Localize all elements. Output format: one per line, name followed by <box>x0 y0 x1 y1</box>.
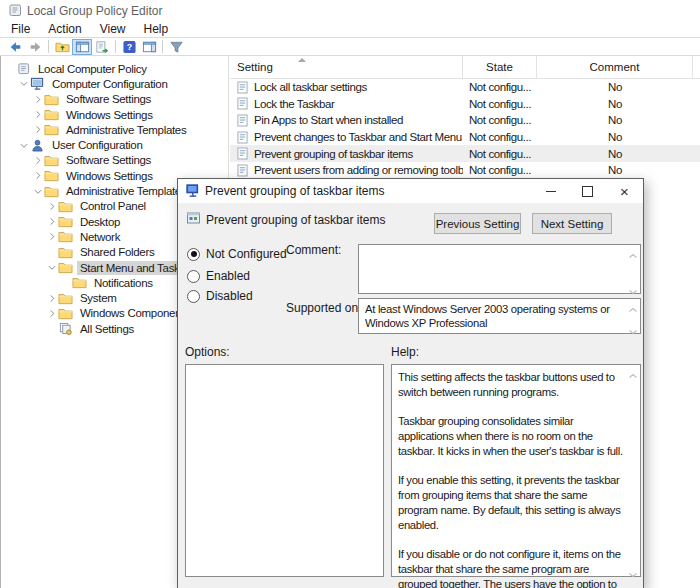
tree-item[interactable]: Windows Settings <box>1 107 228 122</box>
comment-label: Comment: <box>286 243 341 257</box>
local-group-policy-editor-window: Local Group Policy Editor FileActionView… <box>0 0 700 588</box>
menu-item-action[interactable]: Action <box>39 22 90 36</box>
comment-input[interactable] <box>358 244 641 294</box>
radio-option[interactable]: Not Configured <box>187 246 287 262</box>
chevron-icon[interactable] <box>32 109 43 120</box>
column-header-state[interactable]: State <box>463 56 537 78</box>
show-console-tree-icon[interactable] <box>72 39 92 55</box>
help-panel: This setting affects the taskbar buttons… <box>391 364 641 577</box>
chevron-icon[interactable] <box>32 124 43 135</box>
scroll-down-icon[interactable] <box>628 324 638 330</box>
radio-option[interactable]: Disabled <box>187 288 253 304</box>
scroll-icon <box>16 62 32 75</box>
back-icon[interactable] <box>5 39 25 55</box>
row-state: Not configu... <box>463 81 537 93</box>
menu-item-help[interactable]: Help <box>135 22 178 36</box>
options-label: Options: <box>185 345 230 359</box>
chevron-icon[interactable] <box>32 170 43 181</box>
supported-on-box: At least Windows Server 2003 operating s… <box>358 298 641 334</box>
tree-item[interactable]: Software Settings <box>1 92 228 107</box>
row-state: Not configu... <box>463 98 537 110</box>
all-settings-icon <box>58 322 74 335</box>
folder-icon <box>58 230 74 243</box>
column-header-setting[interactable]: Setting <box>230 56 463 78</box>
up-one-level-icon[interactable] <box>52 39 72 55</box>
toolbar-separator <box>162 40 163 53</box>
export-list-icon[interactable] <box>92 39 112 55</box>
chevron-icon[interactable] <box>18 78 29 89</box>
next-setting-button[interactable]: Next Setting <box>532 213 612 234</box>
table-row[interactable]: Lock all taskbar settings Not configu...… <box>230 79 700 96</box>
help-icon[interactable]: ? <box>119 39 139 55</box>
folder-icon <box>44 169 60 182</box>
policy-setting-dialog: Prevent grouping of taskbar items × Prev… <box>177 178 644 588</box>
row-setting-label: Lock all taskbar settings <box>254 81 367 93</box>
chevron-icon[interactable] <box>46 231 57 242</box>
scroll-up-icon[interactable] <box>628 302 638 308</box>
previous-setting-button[interactable]: Previous Setting <box>434 213 521 234</box>
radio-option[interactable]: Enabled <box>187 268 250 284</box>
row-setting-label: Lock the Taskbar <box>254 98 334 110</box>
scroll-down-icon[interactable] <box>628 284 638 290</box>
column-header-comment[interactable]: Comment <box>537 56 693 78</box>
row-comment: No <box>537 131 693 143</box>
dialog-titlebar[interactable]: Prevent grouping of taskbar items × <box>178 179 643 203</box>
tree-item-label: Windows Settings <box>63 108 156 122</box>
row-state: Not configu... <box>463 131 537 143</box>
table-row[interactable]: Prevent changes to Taskbar and Start Men… <box>230 129 700 146</box>
chevron-icon[interactable] <box>46 216 57 227</box>
maximize-button[interactable] <box>569 179 606 203</box>
minimize-button[interactable] <box>532 179 569 203</box>
supported-on-value: At least Windows Server 2003 operating s… <box>359 299 626 330</box>
help-text: This setting affects the taskbar buttons… <box>392 365 640 588</box>
chevron-icon[interactable] <box>46 293 57 304</box>
scroll-up-icon[interactable] <box>628 248 638 254</box>
scroll-up-icon[interactable] <box>628 368 638 374</box>
folder-icon <box>58 292 74 305</box>
list-rows: Lock all taskbar settings Not configu...… <box>230 79 700 179</box>
computer-icon <box>30 77 46 90</box>
radio-button-icon[interactable] <box>187 248 200 261</box>
show-action-pane-icon[interactable] <box>139 39 159 55</box>
user-icon <box>30 139 46 152</box>
options-panel <box>185 364 384 577</box>
setting-name: Prevent grouping of taskbar items <box>206 213 385 227</box>
menu-item-view[interactable]: View <box>91 22 135 36</box>
chevron-icon[interactable] <box>32 186 43 197</box>
chevron-icon[interactable] <box>46 262 57 273</box>
folder-icon <box>58 246 74 259</box>
row-setting-label: Pin Apps to Start when installed <box>254 114 403 126</box>
chevron-icon[interactable] <box>32 94 43 105</box>
table-row[interactable]: Prevent users from adding or removing to… <box>230 162 700 179</box>
table-row[interactable]: Lock the Taskbar Not configu... No <box>230 96 700 113</box>
close-button[interactable]: × <box>606 179 643 203</box>
row-comment: No <box>537 148 693 160</box>
tree-item-label: System <box>77 291 120 305</box>
folder-icon <box>58 200 74 213</box>
chevron-icon[interactable] <box>18 140 29 151</box>
chevron-icon[interactable] <box>46 201 57 212</box>
radio-button-icon[interactable] <box>187 270 200 283</box>
chevron-icon[interactable] <box>32 155 43 166</box>
minimize-icon <box>546 191 556 192</box>
forward-icon[interactable] <box>25 39 45 55</box>
policy-doc-icon <box>237 131 249 144</box>
folder-icon <box>72 276 88 289</box>
table-row[interactable]: Prevent grouping of taskbar items Not co… <box>230 145 700 162</box>
tree-item[interactable]: Software Settings <box>1 153 228 168</box>
scroll-icon <box>8 3 22 17</box>
menu-item-file[interactable]: File <box>2 22 39 36</box>
row-setting-label: Prevent changes to Taskbar and Start Men… <box>254 131 463 143</box>
tree-item[interactable]: User Configuration <box>1 137 228 152</box>
tree-item[interactable]: Computer Configuration <box>1 76 228 91</box>
tree-item[interactable]: Administrative Templates <box>1 122 228 137</box>
tree-item-label: Local Computer Policy <box>35 62 150 76</box>
table-row[interactable]: Pin Apps to Start when installed Not con… <box>230 112 700 129</box>
radio-button-icon[interactable] <box>187 290 200 303</box>
scroll-down-icon[interactable] <box>628 567 638 573</box>
tree-item-label: Desktop <box>77 215 123 229</box>
tree-item[interactable]: Local Computer Policy <box>1 61 228 76</box>
filter-icon[interactable] <box>166 39 186 55</box>
folder-icon <box>58 307 74 320</box>
chevron-icon[interactable] <box>46 308 57 319</box>
